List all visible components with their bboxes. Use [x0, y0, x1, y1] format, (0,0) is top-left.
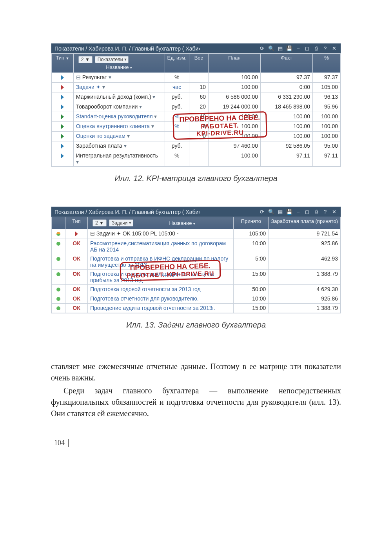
col-weight[interactable]: Вес — [189, 54, 208, 73]
table-row[interactable]: Оценки по задачам ▾0100.00100.00100.00 — [52, 132, 341, 141]
close-icon[interactable]: ✕ — [331, 45, 338, 52]
window-title: Показатели / Хабирова И. П. / Главный бу… — [54, 45, 256, 52]
col-name[interactable]: 2 ▼ Показатели Название ▾ — [73, 54, 165, 73]
print-icon[interactable]: ⎙ — [313, 208, 319, 215]
window-title: Показатели / Хабирова И. П. / Главный бу… — [54, 209, 256, 215]
table-row[interactable]: ОКПодготовка и отправка декларации по на… — [52, 270, 341, 285]
table-icon[interactable]: ▤ — [277, 45, 283, 52]
status-dot — [56, 297, 60, 301]
search-icon[interactable]: 🔍 — [268, 45, 274, 52]
table-row[interactable]: Товарооборот компании ▾руб.2019 244 000.… — [52, 102, 341, 112]
restore-icon[interactable]: ◻ — [304, 208, 310, 215]
col-accepted[interactable]: Принято — [234, 217, 269, 229]
col-pct[interactable]: % — [312, 54, 340, 73]
table-row[interactable]: ⊟ Задачи ✦ OK 105:00 PL 105:00 -105:009 … — [52, 229, 341, 239]
arrow-icon — [61, 114, 64, 119]
status-dot — [56, 242, 60, 246]
page-number: 104 — [51, 439, 69, 447]
arrow-icon — [61, 124, 64, 129]
titlebar: Показатели / Хабирова И. П. / Главный бу… — [51, 43, 341, 53]
print-icon[interactable]: ⎙ — [313, 45, 319, 52]
restore-icon[interactable]: ◻ — [304, 45, 310, 52]
table-row[interactable]: ОКПроведение аудита годовой отчетности з… — [52, 304, 341, 313]
refresh-icon[interactable]: ⟳ — [259, 45, 265, 52]
col-tip[interactable]: Тип ▼ — [52, 54, 74, 73]
arrow-icon — [61, 105, 64, 109]
tasks-window: Показатели / Хабирова И. П. / Главный бу… — [51, 206, 341, 313]
table-row[interactable]: ОКПодготовка отчетности для руководителю… — [52, 294, 341, 304]
paragraph-2: Среди задач главного бухгалтера — выполн… — [51, 385, 341, 419]
type-select[interactable]: Задачи — [109, 219, 133, 226]
table-row[interactable]: ОКПодготовка годовой отчетности за 2013 … — [52, 285, 341, 294]
table-row[interactable]: Маржинальный доход (комп.) ▾руб.606 586 … — [52, 92, 341, 102]
kpi-window: Показатели / Хабирова И. П. / Главный бу… — [51, 43, 341, 167]
status-dot — [56, 257, 60, 261]
arrow-icon — [61, 85, 64, 90]
status-dot — [56, 272, 60, 276]
titlebar: Показатели / Хабирова И. П. / Главный бу… — [51, 207, 341, 217]
table-icon[interactable]: ▤ — [277, 208, 283, 215]
col-status-dot[interactable] — [52, 217, 65, 229]
status-dot — [56, 232, 60, 236]
help-icon[interactable]: ? — [322, 208, 328, 215]
arrow-icon — [61, 95, 64, 100]
table-row[interactable]: ОКПодготовка и отправка в ИФНС деклараци… — [52, 254, 341, 270]
kpi-table: Тип ▼ 2 ▼ Показатели Название ▾ Ед. изм.… — [51, 53, 341, 167]
table-row[interactable]: Standart-оценка руководителя ▾%10100.001… — [52, 112, 341, 122]
minimize-icon[interactable]: – — [295, 45, 301, 52]
col-fact[interactable]: Факт — [260, 54, 312, 73]
arrow-icon — [61, 154, 64, 158]
tasks-table: Тип 2 ▼ Задачи Название ▾ Принято Зарабо… — [51, 217, 341, 313]
figure-13-caption: Илл. 13. Задачи главного бухгалтера — [51, 320, 341, 330]
search-icon[interactable]: 🔍 — [268, 208, 274, 215]
save-icon[interactable]: 💾 — [286, 208, 292, 215]
col-name[interactable]: 2 ▼ Задачи Название ▾ — [88, 217, 234, 229]
close-icon[interactable]: ✕ — [331, 208, 338, 215]
col-plan[interactable]: План — [208, 54, 260, 73]
figure-12-caption: Илл. 12. KPI-матрица главного бухгалтера — [51, 174, 341, 183]
status-dot — [56, 306, 60, 310]
save-icon[interactable]: 💾 — [286, 45, 292, 52]
table-row[interactable]: Оценка внутреннего клиента ▾%0100.00100.… — [52, 122, 341, 132]
col-pay[interactable]: Заработная плата (принято) — [269, 217, 341, 229]
refresh-icon[interactable]: ⟳ — [259, 208, 265, 215]
paragraph-1: ставляет мне ежемесячные отчетные данные… — [51, 361, 341, 384]
table-row[interactable]: Интегральная результативность ▾%100.0097… — [52, 151, 341, 167]
type-select[interactable]: Показатели — [95, 56, 129, 63]
col-tip[interactable]: Тип — [65, 217, 88, 229]
table-row[interactable]: ⊟ Результат ▾%100.0097.3797.37 — [52, 73, 341, 83]
arrow-icon — [61, 144, 64, 148]
table-row[interactable]: ОКРассмотрение,систематизация данных по … — [52, 239, 341, 254]
table-row[interactable]: Задачи ✦ ▾час10100:000:00105.00 — [52, 83, 341, 92]
level-select[interactable]: 2 ▼ — [93, 219, 107, 226]
table-row[interactable]: Заработная плата ▾руб.97 460.0092 586.05… — [52, 141, 341, 151]
col-unit[interactable]: Ед. изм. — [165, 54, 189, 73]
status-dot — [56, 288, 60, 291]
arrow-icon — [75, 232, 78, 236]
help-icon[interactable]: ? — [322, 45, 328, 52]
minimize-icon[interactable]: – — [295, 208, 301, 215]
arrow-icon — [61, 75, 64, 80]
arrow-icon — [61, 134, 64, 139]
level-select[interactable]: 2 ▼ — [78, 56, 93, 63]
